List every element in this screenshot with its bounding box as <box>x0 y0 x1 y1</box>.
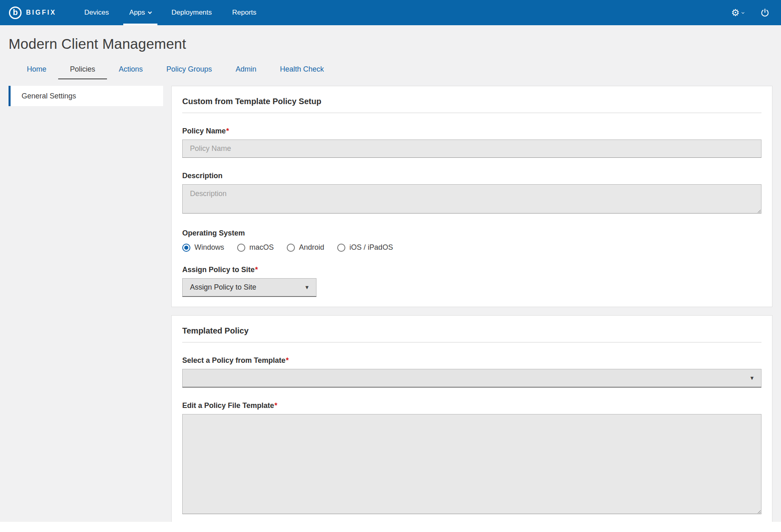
logout-button[interactable] <box>760 8 770 17</box>
footer-strip <box>0 522 781 532</box>
power-icon <box>760 8 770 17</box>
required-asterisk: * <box>275 401 277 410</box>
tab-bar: Home Policies Actions Policy Groups Admi… <box>0 61 781 79</box>
operating-system-radio-group: Windows macOS Android iOS / iPadOS <box>182 243 761 252</box>
policy-file-template-textarea[interactable] <box>182 414 761 514</box>
divider <box>182 342 761 342</box>
nav-item-apps[interactable]: Apps <box>119 0 161 25</box>
edit-template-label: Edit a Policy File Template* <box>182 401 761 410</box>
radio-label: Android <box>299 243 324 252</box>
nav-item-label: Reports <box>232 9 257 17</box>
select-template-dropdown[interactable]: ▼ <box>182 369 761 388</box>
radio-unselected-icon <box>287 244 295 252</box>
radio-label: macOS <box>249 243 274 252</box>
tab-policies[interactable]: Policies <box>58 61 107 79</box>
tab-health-check[interactable]: Health Check <box>268 61 336 79</box>
chevron-down-icon <box>742 11 744 13</box>
tab-admin[interactable]: Admin <box>224 61 268 79</box>
dropdown-caret-icon: ▼ <box>304 285 310 290</box>
page-title: Modern Client Management <box>9 36 781 52</box>
dropdown-caret-icon: ▼ <box>749 375 755 381</box>
radio-option-windows[interactable]: Windows <box>182 243 224 252</box>
description-label: Description <box>182 172 761 180</box>
chevron-down-icon <box>148 10 152 14</box>
radio-option-android[interactable]: Android <box>287 243 324 252</box>
brand-name: BIGFIX <box>26 9 56 16</box>
custom-policy-setup-card: Custom from Template Policy Setup Policy… <box>171 86 772 307</box>
assign-policy-site-label: Assign Policy to Site* <box>182 266 761 274</box>
radio-unselected-icon <box>237 244 245 252</box>
required-asterisk: * <box>255 266 258 274</box>
main-panel: Custom from Template Policy Setup Policy… <box>171 86 772 532</box>
nav-item-deployments[interactable]: Deployments <box>161 0 222 25</box>
templated-policy-card: Templated Policy Select a Policy from Te… <box>171 315 772 526</box>
dropdown-value: Assign Policy to Site <box>190 283 256 292</box>
content-area: General Settings Custom from Template Po… <box>0 79 781 532</box>
section-title: Custom from Template Policy Setup <box>182 95 761 113</box>
tab-actions[interactable]: Actions <box>107 61 155 79</box>
radio-selected-icon <box>182 244 190 252</box>
sidebar-item-general-settings[interactable]: General Settings <box>9 86 163 106</box>
description-textarea[interactable] <box>182 184 761 214</box>
required-asterisk: * <box>226 127 229 135</box>
radio-label: iOS / iPadOS <box>349 243 393 252</box>
radio-unselected-icon <box>337 244 345 252</box>
required-asterisk: * <box>286 356 289 364</box>
radio-label: Windows <box>194 243 224 252</box>
settings-sidebar: General Settings <box>9 86 163 106</box>
assign-policy-site-dropdown[interactable]: Assign Policy to Site ▼ <box>182 278 316 297</box>
bigfix-logo-icon: b <box>9 7 22 19</box>
tab-policy-groups[interactable]: Policy Groups <box>155 61 224 79</box>
bigfix-brand[interactable]: b BIGFIX <box>9 0 56 25</box>
nav-item-label: Apps <box>129 9 145 17</box>
select-template-label: Select a Policy from Template* <box>182 356 761 365</box>
radio-option-ios-ipados[interactable]: iOS / iPadOS <box>337 243 393 252</box>
settings-menu-button[interactable]: ⚙ <box>731 8 744 17</box>
nav-item-reports[interactable]: Reports <box>222 0 267 25</box>
primary-nav: Devices Apps Deployments Reports <box>74 0 266 25</box>
tab-home[interactable]: Home <box>15 61 58 79</box>
nav-item-label: Deployments <box>172 9 212 17</box>
policy-name-input[interactable] <box>182 140 761 158</box>
nav-item-devices[interactable]: Devices <box>74 0 119 25</box>
radio-option-macos[interactable]: macOS <box>237 243 274 252</box>
nav-item-label: Devices <box>84 9 109 17</box>
operating-system-label: Operating System <box>182 229 761 238</box>
gear-icon: ⚙ <box>731 8 740 17</box>
divider <box>182 113 761 113</box>
policy-name-label: Policy Name* <box>182 127 761 135</box>
top-navbar: b BIGFIX Devices Apps Deployments Report… <box>0 0 781 25</box>
section-title: Templated Policy <box>182 325 761 342</box>
